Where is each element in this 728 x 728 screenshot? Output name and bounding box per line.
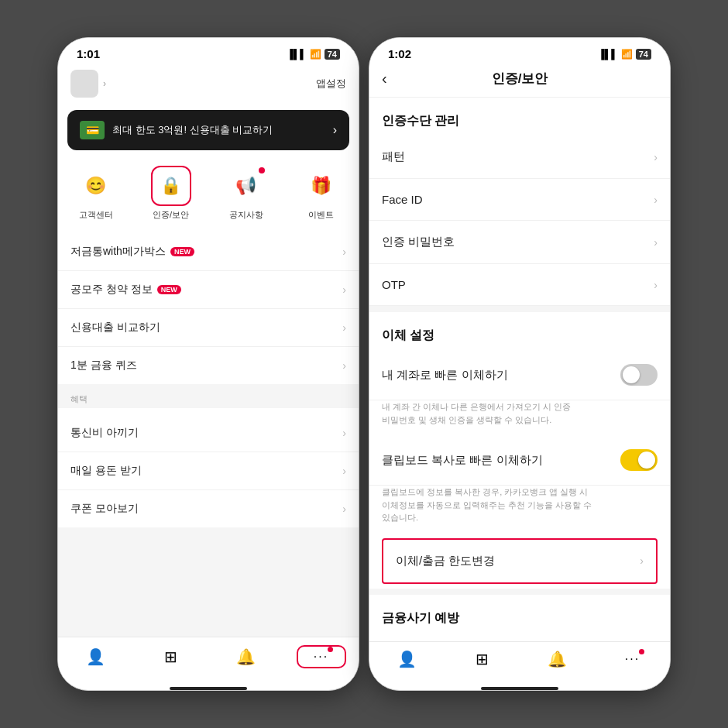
right-time: 1:02 bbox=[388, 47, 411, 60]
notice-icon: 📢 bbox=[235, 176, 256, 196]
fast-transfer-subtext: 내 계좌 간 이체나 다른 은행에서 가져오기 시 인증비밀번호 및 생채 인증… bbox=[369, 400, 670, 435]
coupon-arrow-icon: › bbox=[342, 503, 346, 515]
nav-bell[interactable]: 🔔 bbox=[221, 647, 271, 666]
right-nav-profile[interactable]: 👤 bbox=[383, 650, 432, 668]
customer-label: 고객센터 bbox=[79, 209, 113, 221]
right-content: 인증수단 관리 패턴 › Face ID › 인증 비밀번호 › OTP › 이… bbox=[369, 98, 670, 641]
ipo-arrow-icon: › bbox=[342, 283, 346, 296]
menu-item-loan[interactable]: 신용대출 비교하기 › bbox=[58, 309, 359, 347]
quick-icon-event[interactable]: 🎁 이벤트 bbox=[294, 166, 349, 221]
pattern-arrow-icon: › bbox=[654, 151, 658, 163]
right-home-bar bbox=[481, 687, 558, 690]
nav-more[interactable]: ··· bbox=[297, 645, 346, 668]
coupon-label: 쿠폰 모아보기 bbox=[70, 502, 139, 516]
auth-password[interactable]: 인증 비밀번호 › bbox=[369, 221, 670, 264]
customer-icon: 😊 bbox=[85, 176, 106, 196]
clipboard-transfer-section: 클립보드 복사로 빠른 이체하기 클립보드에 정보를 복사한 경우, 카카오뱅크… bbox=[369, 435, 670, 534]
right-wifi-icon: 📶 bbox=[621, 49, 633, 60]
event-label: 이벤트 bbox=[308, 209, 334, 221]
telecom-arrow-icon: › bbox=[342, 427, 346, 439]
right-nav-bell[interactable]: 🔔 bbox=[533, 650, 582, 668]
signal-icon: ▐▌▌ bbox=[287, 49, 307, 60]
right-status-icons: ▐▌▌ 📶 74 bbox=[598, 49, 651, 60]
clipboard-transfer-subtext: 클립보드에 정보를 복사한 경우, 카카오뱅크 앱 실행 시이체정보를 자동으로… bbox=[369, 486, 670, 534]
avatar bbox=[70, 70, 98, 98]
menu-item-money[interactable]: 매일 용돈 받기 › bbox=[58, 452, 359, 490]
battery-icon: 74 bbox=[325, 49, 340, 60]
right-status-bar: 1:02 ▐▌▌ 📶 74 bbox=[369, 38, 670, 64]
quick-icons-row: 😊 고객센터 🔒 인증/보안 📢 공지사항 🎁 bbox=[58, 156, 359, 227]
money-arrow-icon: › bbox=[342, 465, 346, 477]
fraud-section-header: 금융사기 예방 bbox=[369, 595, 670, 633]
auth-faceid[interactable]: Face ID › bbox=[369, 179, 670, 221]
notice-icon-box: 📢 bbox=[226, 166, 266, 206]
customer-icon-box: 😊 bbox=[76, 166, 116, 206]
fast-transfer-toggle[interactable] bbox=[620, 364, 658, 386]
chevron-right-icon: › bbox=[103, 78, 106, 89]
menu-item-coupon[interactable]: 쿠폰 모아보기 › bbox=[58, 490, 359, 527]
faceid-label: Face ID bbox=[382, 193, 423, 206]
pattern-label: 패턴 bbox=[382, 149, 405, 164]
security-icon: 🔒 bbox=[160, 176, 181, 196]
notice-badge bbox=[259, 167, 265, 173]
right-header: ‹ 인증/보안 bbox=[369, 64, 670, 98]
right-nav-home[interactable]: ⊞ bbox=[458, 650, 507, 668]
limit-change-wrapper: 이체/출금 한도변경 › bbox=[369, 534, 670, 589]
event-icon-box: 🎁 bbox=[301, 166, 342, 206]
menu-item-ipo-left: 공모주 청약 정보 NEW bbox=[70, 283, 181, 297]
menu-item-quiz[interactable]: 1분 금융 퀴즈 › bbox=[58, 347, 359, 384]
limit-change-arrow-icon: › bbox=[640, 555, 644, 567]
ipo-badge: NEW bbox=[157, 285, 181, 294]
auth-otp[interactable]: OTP › bbox=[369, 264, 670, 306]
menu-loan-label: 신용대출 비교하기 bbox=[70, 321, 160, 335]
banner[interactable]: 💳 최대 한도 3억원! 신용대출 비교하기 › bbox=[67, 110, 349, 150]
more-nav-icon: ··· bbox=[314, 650, 328, 664]
app-setting-button[interactable]: 앱설정 bbox=[316, 77, 346, 91]
right-profile-nav-icon: 👤 bbox=[397, 650, 417, 668]
limit-change-label: 이체/출금 한도변경 bbox=[396, 554, 495, 568]
profile-header: › 앱설정 bbox=[58, 64, 359, 104]
nav-home[interactable]: ⊞ bbox=[146, 647, 196, 666]
clipboard-transfer-label: 클립보드 복사로 빠른 이체하기 bbox=[382, 453, 543, 468]
right-phone: 1:02 ▐▌▌ 📶 74 ‹ 인증/보안 인증수단 관리 패턴 › Face … bbox=[369, 37, 671, 691]
right-bottom-nav: 👤 ⊞ 🔔 ··· bbox=[369, 641, 670, 684]
menu-section: 저금통with메가박스 NEW › 공모주 청약 정보 NEW › 신용대출 비… bbox=[58, 233, 359, 384]
menu-item-megabox[interactable]: 저금통with메가박스 NEW › bbox=[58, 233, 359, 271]
fast-transfer-item: 내 계좌로 빠른 이체하기 bbox=[369, 350, 670, 400]
auth-pattern[interactable]: 패턴 › bbox=[369, 136, 670, 179]
banner-icon: 💳 bbox=[80, 121, 105, 139]
telecom-label: 통신비 아끼기 bbox=[70, 426, 139, 440]
megabox-badge: NEW bbox=[170, 247, 194, 256]
benefit-section: 통신비 아끼기 › 매일 용돈 받기 › 쿠폰 모아보기 › bbox=[58, 414, 359, 527]
menu-item-ipo[interactable]: 공모주 청약 정보 NEW › bbox=[58, 271, 359, 309]
quick-icon-customer[interactable]: 😊 고객센터 bbox=[68, 166, 124, 221]
notice-label: 공지사항 bbox=[229, 209, 263, 221]
quick-icon-security[interactable]: 🔒 인증/보안 bbox=[143, 166, 199, 221]
right-battery-icon: 74 bbox=[636, 49, 651, 60]
event-icon: 🎁 bbox=[311, 176, 331, 196]
otp-arrow-icon: › bbox=[654, 279, 658, 291]
password-arrow-icon: › bbox=[654, 236, 658, 249]
wifi-icon: 📶 bbox=[310, 49, 321, 60]
menu-item-telecom[interactable]: 통신비 아끼기 › bbox=[58, 414, 359, 452]
left-home-bar bbox=[170, 687, 247, 690]
menu-megabox-label: 저금통with메가박스 bbox=[70, 245, 166, 259]
quick-icon-notice[interactable]: 📢 공지사항 bbox=[218, 166, 274, 221]
bell-nav-icon: 🔔 bbox=[236, 647, 256, 666]
limit-change-item[interactable]: 이체/출금 한도변경 › bbox=[382, 538, 658, 584]
auth-section-header: 인증수단 관리 bbox=[369, 98, 670, 136]
left-status-icons: ▐▌▌ 📶 74 bbox=[287, 49, 340, 60]
left-phone: 1:01 ▐▌▌ 📶 74 › 앱설정 💳 최대 한도 3억원! 신용대출 비교… bbox=[57, 37, 359, 691]
left-status-bar: 1:01 ▐▌▌ 📶 74 bbox=[58, 38, 359, 64]
nav-profile[interactable]: 👤 bbox=[71, 647, 121, 666]
clipboard-transfer-toggle[interactable] bbox=[620, 449, 658, 471]
right-nav-more[interactable]: ··· bbox=[608, 652, 658, 666]
profile-left[interactable]: › bbox=[70, 70, 106, 98]
megabox-arrow-icon: › bbox=[342, 246, 346, 258]
back-button[interactable]: ‹ bbox=[382, 70, 387, 88]
security-icon-box: 🔒 bbox=[151, 166, 191, 206]
fast-transfer-label: 내 계좌로 빠른 이체하기 bbox=[382, 368, 508, 383]
left-bottom-nav: 👤 ⊞ 🔔 ··· bbox=[58, 637, 359, 684]
menu-ipo-label: 공모주 청약 정보 bbox=[70, 283, 153, 297]
banner-left: 💳 최대 한도 3억원! 신용대출 비교하기 bbox=[80, 121, 273, 139]
